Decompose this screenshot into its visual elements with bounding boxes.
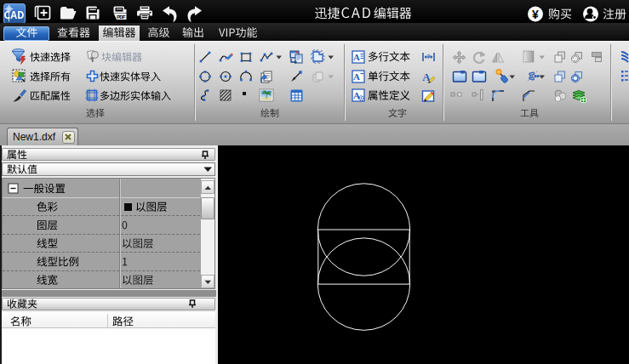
svg-text:?: ? [426, 54, 430, 60]
svg-text:A: A [353, 71, 360, 82]
svg-text:¥: ¥ [532, 8, 539, 21]
svg-text:PDF: PDF [117, 14, 125, 20]
svg-text:A: A [353, 52, 360, 62]
